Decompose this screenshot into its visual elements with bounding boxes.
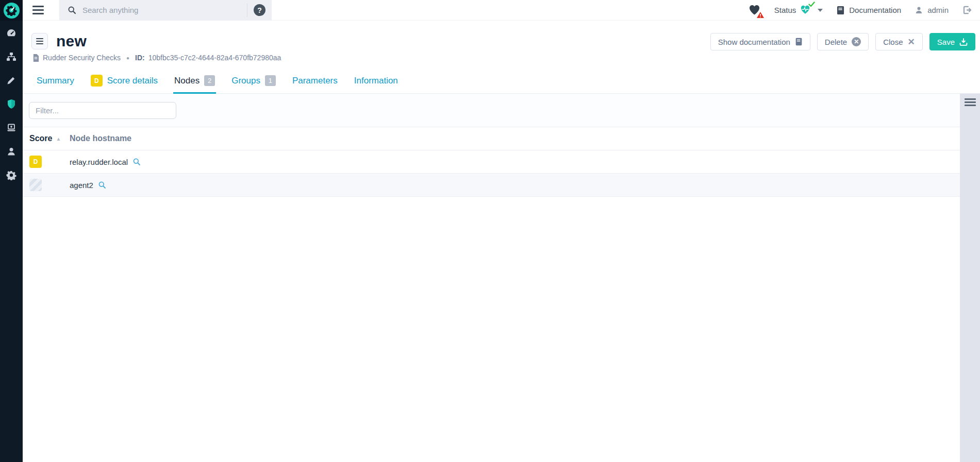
sidebar-item-dashboard[interactable] bbox=[0, 22, 23, 44]
rudder-logo[interactable] bbox=[0, 0, 23, 21]
breadcrumb: Rudder Security Checks ● ID: 10bfbc35-c7… bbox=[32, 54, 980, 62]
sidebar-item-settings[interactable] bbox=[0, 164, 23, 186]
tab-label: Nodes bbox=[174, 76, 200, 86]
table-options-icon[interactable] bbox=[965, 98, 976, 106]
book-icon bbox=[836, 6, 845, 15]
separator-dot: ● bbox=[126, 55, 129, 61]
rudder-logo-icon bbox=[4, 3, 20, 19]
score-cell bbox=[23, 179, 70, 191]
sign-out-icon bbox=[962, 5, 972, 15]
tab-score-details[interactable]: D Score details bbox=[90, 72, 159, 94]
status-ok-icon bbox=[800, 5, 811, 15]
search-divider bbox=[247, 4, 247, 17]
hostname-label: relay.rudder.local bbox=[70, 158, 128, 166]
close-label: Close bbox=[883, 38, 903, 46]
score-placeholder-badge bbox=[29, 179, 42, 191]
help-icon[interactable]: ? bbox=[254, 4, 265, 16]
dashboard-icon bbox=[6, 28, 16, 38]
user-icon bbox=[6, 146, 16, 157]
tab-label: Summary bbox=[37, 76, 74, 86]
delete-button[interactable]: Delete ✕ bbox=[817, 33, 869, 50]
main-column: ? Status Documentation admin bbox=[23, 0, 980, 462]
tab-bar: Summary D Score details Nodes 2 Groups 1… bbox=[23, 72, 980, 94]
nodes-tab-pane: Score ▲ Node hostname D relay.rudder.loc… bbox=[23, 94, 980, 462]
rule-category-label: Rudder Security Checks bbox=[43, 54, 121, 62]
check-icon bbox=[808, 2, 815, 7]
navbar-right: Status Documentation admin bbox=[749, 5, 980, 16]
filter-bar bbox=[23, 94, 960, 127]
close-button[interactable]: Close ✕ bbox=[875, 33, 923, 50]
id-value: 10bfbc35-c7c2-4644-82a4-670fb72980aa bbox=[148, 54, 281, 62]
tab-label: Parameters bbox=[292, 76, 338, 86]
download-save-icon bbox=[959, 38, 968, 46]
sidebar-item-users[interactable] bbox=[0, 140, 23, 163]
page-title: new bbox=[56, 32, 87, 50]
shield-icon bbox=[6, 99, 16, 109]
logout-button[interactable] bbox=[962, 5, 972, 15]
sidebar-item-security[interactable] bbox=[0, 93, 23, 115]
documentation-label: Documentation bbox=[849, 6, 901, 14]
sidebar bbox=[0, 0, 23, 462]
action-buttons: Show documentation Delete ✕ Close ✕ Save bbox=[710, 33, 975, 50]
save-label: Save bbox=[937, 38, 955, 46]
score-header-label: Score bbox=[29, 134, 52, 143]
tab-label: Score details bbox=[107, 76, 158, 86]
page-content: new Rudder Security Checks ● ID: 10bfbc3… bbox=[23, 21, 980, 462]
warning-triangle-icon bbox=[757, 12, 764, 18]
search-input[interactable] bbox=[82, 6, 247, 14]
hostname-cell: relay.rudder.local bbox=[70, 158, 141, 166]
search-icon bbox=[68, 6, 76, 14]
save-button[interactable]: Save bbox=[929, 33, 975, 50]
laptop-icon bbox=[6, 123, 16, 133]
column-header-hostname[interactable]: Node hostname bbox=[70, 134, 131, 143]
tab-label: Groups bbox=[231, 76, 260, 86]
sort-asc-icon: ▲ bbox=[56, 136, 61, 142]
gear-icon bbox=[6, 170, 16, 180]
top-navbar: ? Status Documentation admin bbox=[23, 0, 980, 21]
groups-count-badge: 1 bbox=[265, 75, 276, 86]
book-icon bbox=[795, 38, 803, 46]
tab-label: Information bbox=[354, 76, 398, 86]
score-grade-badge: D bbox=[91, 75, 103, 87]
health-alert-icon[interactable] bbox=[749, 5, 761, 16]
tab-parameters[interactable]: Parameters bbox=[291, 72, 339, 94]
user-icon bbox=[915, 6, 923, 14]
score-cell: D bbox=[23, 156, 70, 168]
documentation-link[interactable]: Documentation bbox=[836, 6, 901, 15]
navbar-menu-icon[interactable] bbox=[32, 6, 44, 14]
tab-information[interactable]: Information bbox=[353, 72, 399, 94]
table-row[interactable]: D relay.rudder.local bbox=[23, 150, 960, 174]
pencil-icon bbox=[6, 75, 16, 85]
sidebar-item-configuration[interactable] bbox=[0, 69, 23, 92]
sidebar-item-system[interactable] bbox=[0, 116, 23, 139]
node-details-search-icon[interactable] bbox=[98, 181, 106, 189]
delete-label: Delete bbox=[825, 38, 847, 46]
status-menu[interactable]: Status bbox=[774, 5, 823, 15]
close-x-icon: ✕ bbox=[908, 37, 915, 47]
show-documentation-button[interactable]: Show documentation bbox=[710, 33, 810, 50]
node-details-search-icon[interactable] bbox=[132, 158, 141, 166]
tab-summary[interactable]: Summary bbox=[36, 72, 75, 94]
sitemap-icon bbox=[6, 52, 16, 62]
id-label: ID: bbox=[135, 54, 145, 62]
column-header-score[interactable]: Score ▲ bbox=[23, 134, 70, 143]
nodes-table-zone: Score ▲ Node hostname D relay.rudder.loc… bbox=[23, 94, 960, 197]
tab-nodes[interactable]: Nodes 2 bbox=[173, 72, 216, 94]
hostname-header-label: Node hostname bbox=[70, 134, 131, 143]
score-badge-d: D bbox=[29, 156, 42, 168]
rule-menu-button[interactable] bbox=[31, 33, 48, 49]
sidebar-item-nodes[interactable] bbox=[0, 45, 23, 68]
right-gutter bbox=[960, 94, 980, 462]
username-label: admin bbox=[927, 6, 949, 14]
tab-groups[interactable]: Groups 1 bbox=[230, 72, 277, 94]
table-header-row: Score ▲ Node hostname bbox=[23, 127, 960, 150]
nodes-count-badge: 2 bbox=[204, 75, 215, 86]
show-documentation-label: Show documentation bbox=[718, 38, 790, 46]
table-row[interactable]: agent2 bbox=[23, 174, 960, 197]
document-icon bbox=[32, 54, 39, 62]
hostname-label: agent2 bbox=[70, 181, 93, 190]
global-search: ? bbox=[59, 0, 272, 21]
filter-input[interactable] bbox=[29, 102, 176, 119]
user-menu[interactable]: admin bbox=[915, 6, 949, 14]
chevron-down-icon bbox=[818, 9, 823, 12]
